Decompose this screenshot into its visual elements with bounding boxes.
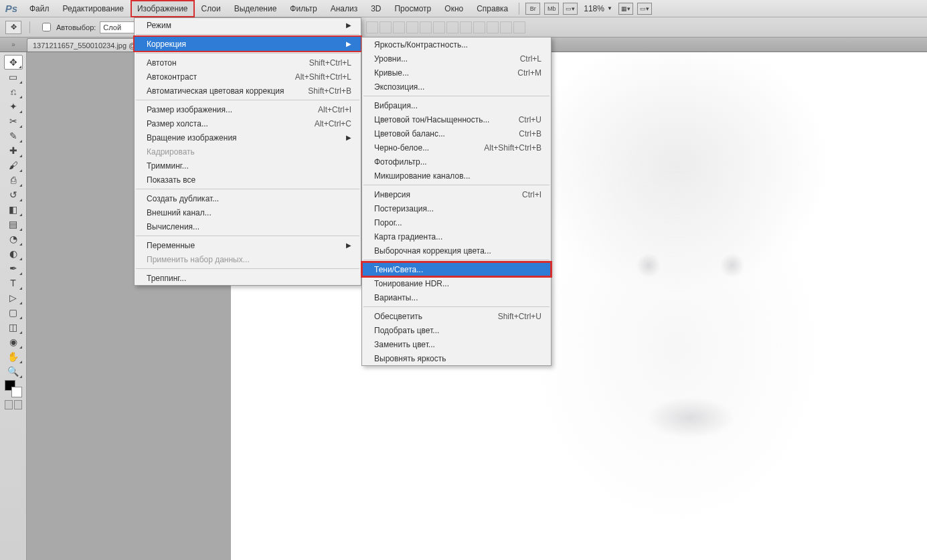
menu-item[interactable]: АвтотонShift+Ctrl+L [135,56,361,70]
tool-path[interactable]: ▷ [4,290,23,305]
menu-item[interactable]: Внешний канал... [135,205,361,219]
tool-shape[interactable]: ▢ [4,305,23,320]
tool-pen[interactable]: ✒ [4,261,23,276]
minibridge-icon[interactable]: Mb [544,3,559,15]
menu-окно[interactable]: Окно [438,0,470,17]
menu-item[interactable]: Постеризация... [362,201,551,215]
tool-3d[interactable]: ◫ [4,320,23,335]
arrange-icon[interactable]: ▦▾ [618,3,633,15]
menu-item[interactable]: Тонирование HDR... [362,276,551,290]
menu-item[interactable]: Цветовой баланс...Ctrl+B [362,126,551,141]
tool-type[interactable]: T [4,276,23,290]
expand-tabs-icon[interactable]: » [0,37,27,52]
menu-shortcut: Ctrl+U [499,115,541,124]
menu-item[interactable]: Карта градиента... [362,229,551,244]
align-icon[interactable] [420,21,432,33]
tool-wand[interactable]: ✦ [4,99,23,114]
tool-marquee[interactable]: ▭ [4,70,23,84]
zoom-level[interactable]: 118%▼ [584,4,612,13]
menu-item[interactable]: Вращение изображения▶ [135,130,361,145]
tool-eyedropper[interactable]: ✎ [4,128,23,143]
menu-справка[interactable]: Справка [470,0,515,17]
tool-hand[interactable]: ✋ [4,349,23,364]
tool-dodge[interactable]: ◐ [4,246,23,261]
menu-item[interactable]: Размер изображения...Alt+Ctrl+I [135,102,361,116]
menu-item[interactable]: Микширование каналов... [362,169,551,183]
ps-logo-icon: Ps [0,0,23,17]
menu-item[interactable]: Тримминг... [135,159,361,173]
tool-lasso[interactable]: ⎌ [4,84,23,99]
menu-item[interactable]: Показать все [135,173,361,187]
tool-stamp[interactable]: ⎙ [4,173,23,187]
bridge-icon[interactable]: Br [525,3,540,15]
autoselect-checkbox[interactable] [42,23,51,31]
align-icon[interactable] [406,21,418,33]
menu-item[interactable]: Подобрать цвет... [362,323,551,337]
menu-item[interactable]: Яркость/Контрастность... [362,37,551,52]
align-icon[interactable] [366,21,378,33]
tool-brush[interactable]: 🖌 [4,158,23,173]
align-icon[interactable] [393,21,405,33]
tool-healing[interactable]: ✚ [4,143,23,158]
tool-zoom[interactable]: 🔍 [4,364,23,379]
move-tool-icon[interactable]: ✥ [5,21,21,34]
menu-item[interactable]: Автоматическая цветовая коррекцияShift+C… [135,84,361,98]
tool-eraser[interactable]: ◧ [4,202,23,217]
menu-item[interactable]: Вибрация... [362,98,551,112]
align-icon[interactable] [473,21,485,33]
menu-item[interactable]: Цветовой тон/Насыщенность...Ctrl+U [362,112,551,126]
align-icon[interactable] [380,21,392,33]
menu-item[interactable]: Размер холста...Alt+Ctrl+C [135,116,361,130]
tool-3dcamera[interactable]: ◉ [4,335,23,349]
menu-item[interactable]: Фотофильтр... [362,155,551,169]
extras-icon[interactable]: ▭▾ [637,3,652,15]
quickmask-toggle[interactable] [5,400,22,409]
menu-item[interactable]: Кривые...Ctrl+M [362,66,551,80]
tool-blur[interactable]: ◔ [4,231,23,246]
menu-файл[interactable]: Файл [23,0,56,17]
tool-history[interactable]: ↺ [4,187,23,202]
tool-move[interactable]: ✥ [4,55,23,70]
menu-item[interactable]: Создать дубликат... [135,191,361,205]
menu-item[interactable]: ИнверсияCtrl+I [362,187,551,201]
menu-изображение[interactable]: Изображение [131,0,195,17]
menu-item[interactable]: Треппинг... [135,271,361,285]
align-icon[interactable] [446,21,458,33]
menu-анализ[interactable]: Анализ [324,0,365,17]
align-icon[interactable] [513,21,525,33]
menu-item[interactable]: ОбесцветитьShift+Ctrl+U [362,309,551,323]
menu-item[interactable]: Тени/Света... [362,262,551,276]
align-icon[interactable] [487,21,499,33]
align-icon[interactable] [460,21,472,33]
menu-item[interactable]: АвтоконтрастAlt+Shift+Ctrl+L [135,70,361,84]
menu-item[interactable]: Заменить цвет... [362,337,551,351]
menu-item[interactable]: Экспозиция... [362,80,551,94]
menu-item[interactable]: Вычисления... [135,219,361,234]
menu-item[interactable]: Варианты... [362,290,551,304]
screenmode-icon[interactable]: ▭▾ [563,3,578,15]
menu-item[interactable]: Черно-белое...Alt+Shift+Ctrl+B [362,141,551,155]
menu-item-label: Размер холста... [147,119,208,128]
menu-просмотр[interactable]: Просмотр [388,0,438,17]
menu-выделение[interactable]: Выделение [228,0,284,17]
menu-item[interactable]: Выровнять яркость [362,351,551,365]
menu-item[interactable]: Коррекция▶ [135,37,361,51]
menu-3d[interactable]: 3D [364,0,388,17]
menu-фильтр[interactable]: Фильтр [283,0,323,17]
tool-gradient[interactable]: ▤ [4,217,23,231]
align-icon[interactable] [433,21,445,33]
menu-shortcut: Alt+Ctrl+C [294,119,351,128]
menu-item[interactable]: Переменные▶ [135,238,361,252]
foreground-background-swatch[interactable] [5,380,22,397]
menu-item-label: Автоматическая цветовая коррекция [147,86,284,96]
menu-shortcut: Shift+Ctrl+U [478,312,541,321]
align-icon[interactable] [500,21,512,33]
menu-item[interactable]: Порог... [362,215,551,229]
menu-item-label: Переменные [147,241,195,250]
tool-crop[interactable]: ✂ [4,114,23,128]
menu-item[interactable]: Режим▶ [135,18,361,32]
menu-item[interactable]: Уровни...Ctrl+L [362,52,551,66]
menu-слои[interactable]: Слои [195,0,228,17]
menu-редактирование[interactable]: Редактирование [56,0,131,17]
menu-item[interactable]: Выборочная коррекция цвета... [362,244,551,258]
